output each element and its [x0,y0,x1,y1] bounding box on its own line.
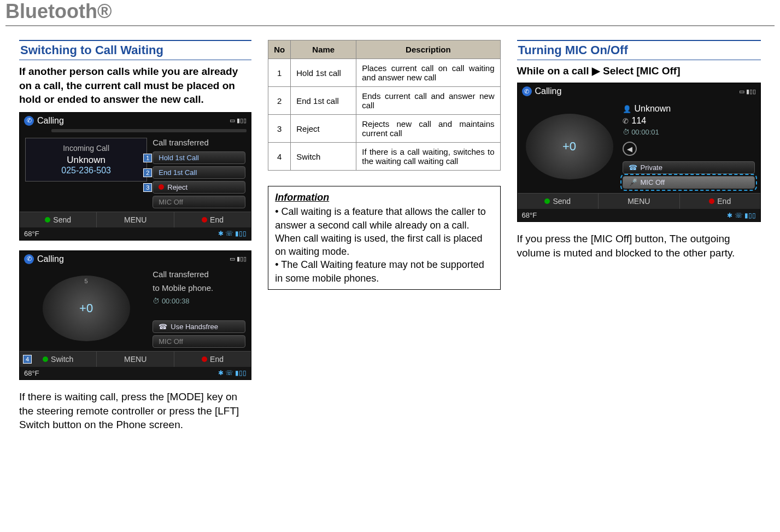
cell-no: 4 [268,143,291,171]
caller-number: 114 [632,116,647,126]
info-bullet-2: • The Call Waiting feature may not be su… [275,258,493,285]
private-label: Private [641,163,662,172]
status-icons: ▭ ▮▯▯ [230,255,247,262]
send-icon [45,217,50,223]
cell-name: Switch [291,143,356,171]
hangup-icon [159,184,164,190]
footer-icons: ✱ ☏ ▮▯▯ [727,212,756,219]
screenshot-mic-off: ✆ Calling ▭ ▮▯▯ +0 👤 Unknown ✆ [517,83,761,222]
mic-off-label: MIC Off [159,198,183,206]
call-mode-label: Calling [37,116,64,126]
column-middle: No Name Description 1 Hold 1st call Plac… [268,40,500,432]
cell-no: 2 [268,87,291,115]
screenshot-incoming-call: ✆ Calling ▭ ▮▯▯ Incoming Call Unknown 02… [19,112,251,241]
send-label: Send [553,197,571,206]
cell-name: End 1st call [291,87,356,115]
end-first-call-button[interactable]: 2 End 1st Call [153,166,245,179]
callout-1: 1 [143,154,152,162]
call-time: ⏱ 00:00:38 [153,297,245,305]
intro-text: If another person calls while you are al… [19,65,251,107]
private-button[interactable]: ☎ Private [623,161,755,174]
cell-no: 3 [268,115,291,143]
status-bar: 68°F ✱ ☏ ▮▯▯ [20,227,251,240]
send-softkey[interactable]: Send [20,212,96,227]
mic-action-line: While on a call ▶ Select [MIC Off] [517,65,761,77]
end-label: End [717,197,731,206]
cell-desc: Rejects new call and maintains current c… [356,115,500,143]
reject-call-button[interactable]: 3 Reject [153,181,245,194]
mic-off-button-dim[interactable]: MIC Off [153,335,245,348]
private-icon: ☎ [629,163,637,172]
th-name: Name [291,40,356,59]
column-right: Turning MIC On/Off While on a call ▶ Sel… [517,40,761,432]
end-icon [202,356,207,362]
mic-off-label: MIC Off [159,337,183,346]
cell-desc: Places current call on call waiting and … [356,59,500,87]
dial-center: +0 [562,139,576,154]
call-transferred-text: Call transferred [153,138,245,147]
mic-off-label: MIC Off [641,178,665,186]
screenshot-transferred-call: ✆ Calling ▭ ▮▯▯ +0 5 Call transferred to… [19,250,251,380]
mic-off-button[interactable]: 🎤 MIC Off [623,176,755,189]
switch-softkey[interactable]: 4 Switch [20,352,96,367]
information-box: Information • Call waiting is a feature … [268,186,500,290]
th-no: No [268,40,291,59]
bluetooth-icon: ✆ [24,116,34,126]
end-softkey[interactable]: End [174,352,251,367]
softkey-bar: 4 Switch MENU End [20,351,251,367]
incoming-call-popup: Incoming Call Unknown 025-236-503 [25,138,147,182]
status-icons: ▭ ▮▯▯ [739,88,756,95]
cell-desc: If there is a call waiting, switches to … [356,143,500,171]
hold-first-call-button[interactable]: 1 Hold 1st Call [153,151,245,164]
footer-icons: ✱ ☏ ▮▯▯ [218,230,247,237]
status-icons: ▭ ▮▯▯ [230,117,247,124]
status-bar: 68°F ✱ ☏ ▮▯▯ [518,209,761,221]
menu-softkey[interactable]: MENU [96,352,173,367]
bluetooth-icon: ✆ [24,254,34,264]
info-heading: Information [275,191,493,204]
menu-softkey[interactable]: MENU [96,212,173,227]
mic-result-text: If you press the [MIC Off] button, The o… [517,232,761,260]
caller-name: Unknown [635,104,671,114]
use-handsfree-button[interactable]: ☎ Use Handsfree [153,320,245,333]
person-icon: 👤 [623,105,631,113]
call-time: ⏱ 00:00:01 [623,128,755,136]
temperature: 68°F [24,369,39,377]
table-row: 1 Hold 1st call Places current call on c… [268,59,500,87]
info-bullet-1: • Call waiting is a feature that allows … [275,205,493,258]
menu-softkey[interactable]: MENU [598,194,679,209]
end-softkey[interactable]: End [174,212,251,227]
popup-title: Incoming Call [33,144,139,153]
table-row: 2 End 1st call Ends current call and ans… [268,87,500,115]
mode-key-text: If there is waiting call, press the [MOD… [19,390,251,432]
chevron-left-icon[interactable]: ◀ [623,142,637,156]
cell-name: Hold 1st call [291,59,356,87]
phone-icon: ✆ [623,117,629,125]
mic-off-button-dim[interactable]: MIC Off [153,196,245,208]
temperature: 68°F [24,230,39,238]
end-icon [202,217,207,223]
end-softkey[interactable]: End [679,194,761,209]
caller-name: Unknown [33,155,139,166]
end-icon [709,198,714,204]
dial-pad: +0 [526,114,613,179]
send-label: Send [53,215,71,224]
cell-name: Reject [291,115,356,143]
switch-icon [43,356,48,362]
send-icon [544,198,550,204]
cell-desc: Ends current call and answer new call [356,87,500,115]
cell-no: 1 [268,59,291,87]
call-mode-label: Calling [535,86,562,96]
softkey-bar: Send MENU End [20,212,251,227]
callout-3: 3 [143,183,152,192]
send-softkey[interactable]: Send [518,194,599,209]
heading-call-waiting: Switching to Call Waiting [19,40,251,60]
column-left: Switching to Call Waiting If another per… [19,40,251,432]
hold-label: Hold 1st Call [159,154,199,162]
handsfree-icon: ☎ [159,323,167,331]
status-bar: 68°F ✱ ☏ ▮▯▯ [20,367,251,379]
reject-label: Reject [167,183,187,191]
call-waiting-table: No Name Description 1 Hold 1st call Plac… [268,40,500,171]
end1-label: End 1st Call [159,168,197,177]
heading-mic-onoff: Turning MIC On/Off [517,40,761,60]
